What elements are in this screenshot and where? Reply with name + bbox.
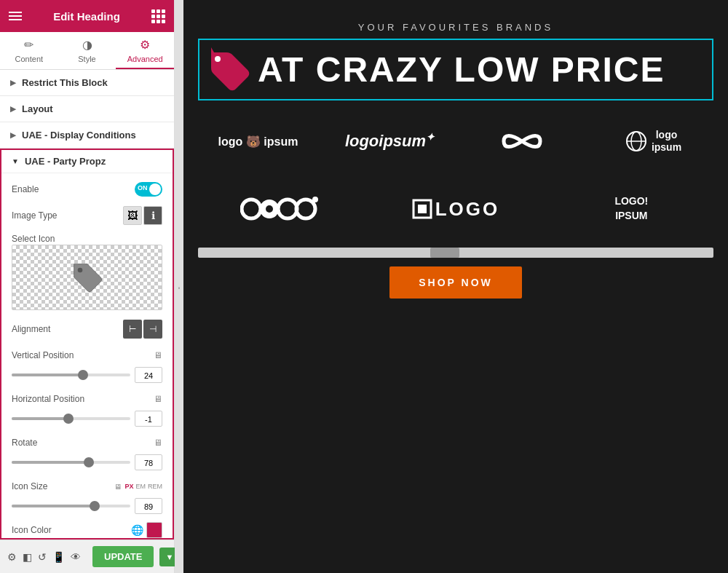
scroll-thumb[interactable] — [430, 248, 459, 258]
icon-color-global-icon[interactable]: 🌐 — [131, 524, 143, 536]
heading-banner: AT CRAZY LOW PRICE — [198, 39, 713, 100]
hamburger-menu-icon[interactable] — [9, 12, 22, 20]
horizontal-position-thumb[interactable] — [63, 414, 74, 424]
logo-1-text: logo 🐻 ipsum — [218, 135, 298, 149]
settings-toolbar-btn[interactable]: ⚙ — [7, 547, 17, 567]
svg-point-10 — [312, 197, 318, 202]
horizontal-position-value[interactable]: -1 — [135, 411, 162, 427]
rotate-fill — [12, 461, 89, 464]
preview-toolbar-btn[interactable]: 👁 — [71, 547, 81, 567]
restrict-block-header[interactable]: ▶ Restrict This Block — [0, 70, 174, 95]
heading-text: AT CRAZY LOW PRICE — [258, 52, 665, 87]
tab-style-label: Style — [78, 55, 95, 63]
icon-size-unit-px[interactable]: PX — [124, 483, 133, 490]
horizontal-position-slider-row: -1 — [12, 411, 162, 427]
sidebar: Edit Heading ✏ Content ◑ Style ⚙ Advance… — [0, 0, 175, 573]
enable-toggle[interactable]: ON — [135, 182, 162, 197]
icon-color-controls: 🌐 — [131, 522, 162, 538]
box-icon-svg — [412, 199, 432, 219]
tab-content-label: Content — [15, 55, 44, 63]
vertical-position-slider[interactable] — [12, 374, 130, 376]
icon-size-slider-row: 89 — [12, 498, 162, 514]
canvas-area: YOUR FAVOURITES BRANDS AT CRAZY LOW PRIC… — [183, 0, 728, 573]
tab-advanced[interactable]: ⚙ Advanced — [116, 32, 174, 69]
grid-apps-icon[interactable] — [151, 9, 165, 23]
horizontal-position-label: Horizontal Position — [12, 394, 84, 404]
sidebar-title: Edit Heading — [53, 10, 120, 23]
uae-display-header[interactable]: ▶ UAE - Display Conditions — [0, 122, 174, 148]
infinity-logo-svg — [489, 127, 555, 156]
logos-row-2: LOGO LOGO!IPSUM — [198, 179, 713, 239]
logo-cell-1: logo 🐻 ipsum — [198, 115, 318, 167]
uae-display-label: UAE - Display Conditions — [22, 130, 136, 141]
logo-cell-6: LOGO — [373, 179, 537, 239]
icon-color-swatch[interactable] — [146, 522, 162, 538]
icon-size-value[interactable]: 89 — [135, 498, 162, 514]
icon-size-units: PX EM REM — [124, 483, 162, 490]
rotate-row: Rotate 🖥 78 — [12, 432, 162, 470]
icon-color-label: Icon Color — [12, 525, 52, 535]
rotate-label-row: Rotate 🖥 — [12, 432, 162, 453]
layout-section[interactable]: ▶ Layout — [0, 96, 174, 122]
sidebar-header: Edit Heading — [0, 0, 174, 32]
align-left-btn[interactable]: ⊢ — [123, 320, 142, 339]
tab-style[interactable]: ◑ Style — [58, 32, 116, 69]
logo-cell-5 — [198, 179, 362, 239]
icon-size-slider[interactable] — [12, 505, 130, 507]
svg-point-1 — [215, 56, 221, 62]
vertical-position-value[interactable]: 24 — [135, 367, 162, 383]
subtitle-text: YOUR FAVOURITES BRANDS — [358, 22, 553, 33]
toggle-on-label: ON — [138, 184, 148, 191]
image-type-image-btn[interactable]: 🖼 — [123, 206, 142, 225]
logos-row-1: logo 🐻 ipsum logoipsum✦ — [198, 115, 713, 167]
uae-display-section[interactable]: ▶ UAE - Display Conditions — [0, 122, 174, 149]
cogo-logo-svg — [240, 191, 320, 227]
image-type-row: Image Type 🖼 ℹ — [12, 205, 162, 226]
layout-arrow-icon: ▶ — [10, 105, 16, 113]
resize-handle[interactable]: ··· — [175, 0, 183, 573]
uae-party-propz-body: Enable ON Image Type 🖼 ℹ Select Icon — [1, 173, 173, 540]
horizontal-position-slider[interactable] — [12, 417, 130, 420]
align-right-btn[interactable]: ⊣ — [143, 320, 162, 339]
tab-content[interactable]: ✏ Content — [0, 32, 58, 69]
image-type-icon-btn[interactable]: ℹ — [143, 206, 162, 225]
icon-size-unit-em[interactable]: EM — [136, 483, 146, 490]
vertical-position-thumb[interactable] — [78, 370, 88, 380]
rotate-slider[interactable] — [12, 461, 130, 464]
select-icon-label: Select Icon — [12, 234, 55, 244]
rotate-value[interactable]: 78 — [135, 454, 162, 470]
rotate-thumb[interactable] — [84, 457, 94, 467]
logo-cell-2: logoipsum✦ — [330, 115, 450, 167]
rotate-responsive-icon: 🖥 — [154, 438, 162, 448]
tab-advanced-label: Advanced — [127, 55, 163, 63]
logo-2-text: logoipsum✦ — [345, 131, 435, 151]
mobile-toolbar-btn[interactable]: 📱 — [52, 547, 65, 567]
layout-label: Layout — [22, 103, 53, 114]
icon-size-thumb[interactable] — [90, 501, 100, 511]
logo-cell-7: LOGO!IPSUM — [550, 179, 713, 239]
horizontal-position-responsive-icon: 🖥 — [154, 394, 162, 404]
update-button[interactable]: UPDATE — [92, 546, 154, 567]
horizontal-position-fill — [12, 417, 68, 420]
shop-now-button[interactable]: SHOP NOW — [389, 266, 522, 299]
price-tag-svg — [207, 44, 250, 92]
icon-preview[interactable] — [12, 245, 162, 310]
icon-size-controls: 🖥 PX EM REM — [114, 483, 162, 491]
uae-party-propz-header[interactable]: ▼ UAE - Party Propz — [1, 150, 173, 173]
enable-label: Enable — [12, 184, 39, 194]
layers-toolbar-btn[interactable]: ◧ — [23, 547, 32, 567]
globe-logo-svg — [625, 130, 647, 152]
price-tag-red-icon — [207, 44, 250, 95]
icon-size-unit-rem[interactable]: REM — [148, 483, 162, 490]
layout-header[interactable]: ▶ Layout — [0, 96, 174, 122]
history-toolbar-btn[interactable]: ↺ — [38, 547, 47, 567]
icon-size-label: Icon Size — [12, 481, 47, 491]
restrict-block-section[interactable]: ▶ Restrict This Block — [0, 70, 174, 96]
sidebar-toolbar: ⚙ ◧ ↺ 📱 👁 UPDATE ▼ — [0, 540, 174, 573]
horizontal-scrollbar[interactable] — [198, 248, 713, 258]
alignment-label: Alignment — [12, 324, 50, 334]
vertical-position-fill — [12, 374, 83, 376]
rotate-slider-row: 78 — [12, 454, 162, 470]
main-content: YOUR FAVOURITES BRANDS AT CRAZY LOW PRIC… — [183, 0, 728, 573]
price-tag-preview-icon — [69, 259, 106, 296]
